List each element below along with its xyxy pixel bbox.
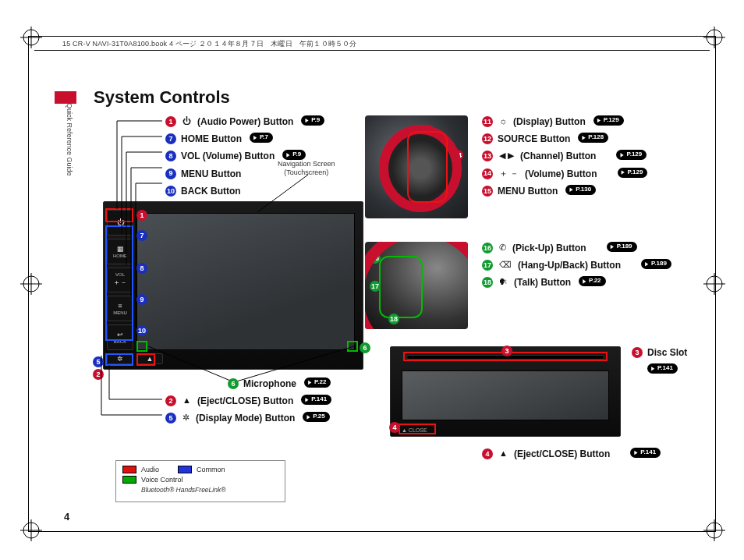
callout-num-icon: 11 xyxy=(423,125,434,136)
callout-label: Microphone xyxy=(243,377,296,390)
display-mode-button[interactable]: ✲ xyxy=(107,353,133,364)
page-ref[interactable]: P.129 xyxy=(618,168,648,178)
callout-badge: 8 xyxy=(165,151,176,161)
nav-unit-figure: ⏻ ▦HOME VOL＋－ ≡MENU ↩BACK ✲ ▲ 1 7 8 9 10… xyxy=(103,201,363,370)
steering-wheel-right-figure: 11 14 13 12 15 xyxy=(365,115,468,218)
home-button[interactable]: ▦HOME xyxy=(107,239,133,264)
callout-badge: 10 xyxy=(165,186,176,197)
callout-item-12: 12 SOURCE Button P.128 xyxy=(482,133,700,145)
callout-badge: 7 xyxy=(165,133,176,144)
nav-button-column: ⏻ ▦HOME VOL＋－ ≡MENU ↩BACK xyxy=(107,210,133,350)
page-ref[interactable]: P.9 xyxy=(282,150,306,160)
callout-num-icon: 14 xyxy=(452,150,463,161)
callout-item-1: 1 ⏻ (Audio Power) Button P.9 xyxy=(165,115,360,128)
display-mode-icon: ✲ xyxy=(182,412,190,424)
page-ref[interactable]: P.9 xyxy=(301,115,324,126)
menu-button[interactable]: ≡MENU xyxy=(107,296,133,321)
eject-button[interactable]: ▲ xyxy=(136,353,163,364)
callout-label: (Channel) Button xyxy=(520,150,596,162)
page-ref[interactable]: P.130 xyxy=(565,185,596,195)
disc-callout-list: 3 Disc Slot P.141 xyxy=(632,346,725,378)
callout-item-15: 15 MENU Button P.130 xyxy=(482,185,700,197)
nav-touchscreen[interactable] xyxy=(136,213,355,350)
callout-item-17: 17 ⌫ (Hang-Up/Back) Button P.189 xyxy=(482,259,700,271)
callout-badge: 13 xyxy=(482,151,493,161)
section-bar xyxy=(55,91,76,104)
crop-mark-icon xyxy=(20,273,42,295)
back-button[interactable]: ↩BACK xyxy=(107,324,133,350)
callout-badge: 17 xyxy=(482,260,493,271)
eject-icon: ▲ xyxy=(182,395,191,406)
callout-label: MENU Button xyxy=(181,168,241,180)
callout-label: (Eject/CLOSE) Button xyxy=(514,448,610,460)
page-ref[interactable]: P.129 xyxy=(616,150,647,160)
power-icon: ⏻ xyxy=(182,115,191,127)
swatch-blue xyxy=(178,466,192,473)
crop-mark-icon xyxy=(20,519,42,541)
callout-item-6: 6 Microphone P.22 xyxy=(228,377,368,390)
page-ref[interactable]: P.189 xyxy=(641,259,671,269)
page-ref[interactable]: P.22 xyxy=(304,377,331,388)
pickup-icon: ✆ xyxy=(499,242,506,253)
callout-badge: 14 xyxy=(482,168,493,179)
callout-num-icon: 16 xyxy=(370,253,381,264)
disc-close-label[interactable]: ▲ CLOSE xyxy=(402,427,427,433)
callout-item-16: 16 ✆ (Pick-Up) Button P.189 xyxy=(482,242,700,254)
callout-num-icon: 12 xyxy=(423,162,434,173)
callout-num-icon: 10 xyxy=(136,325,147,336)
swatch-red xyxy=(122,466,136,473)
vol-button[interactable]: VOL＋－ xyxy=(107,268,133,293)
callout-label: HOME Button xyxy=(181,133,242,145)
page-ref[interactable]: P.128 xyxy=(578,133,608,143)
legend-label: Common xyxy=(197,466,225,473)
legend-box: Audio Common Voice Control Bluetooth® Ha… xyxy=(115,460,285,502)
highlight-box xyxy=(379,256,423,318)
callout-item-9: 9 MENU Button xyxy=(165,168,360,180)
callout-item-7: 7 HOME Button P.7 xyxy=(165,133,360,145)
page-number: 4 xyxy=(64,511,69,523)
page-ref[interactable]: P.141 xyxy=(647,363,678,374)
callout-badge: 9 xyxy=(165,168,176,179)
crop-mark-icon xyxy=(703,519,725,541)
menu-button-label: MENU xyxy=(113,310,127,315)
back-button-label: BACK xyxy=(114,339,126,344)
callout-badge: 12 xyxy=(482,133,493,144)
header-meta: 15 CR-V NAVI-31T0A8100.book 4 ページ ２０１４年８… xyxy=(62,39,357,49)
callout-badge: 18 xyxy=(482,277,493,288)
callout-item-13: 13 ◀ ▶ (Channel) Button P.129 xyxy=(482,150,700,162)
callout-label: (Audio Power) Button xyxy=(197,115,293,128)
eject-icon: ▲ xyxy=(499,448,508,459)
volume-icon: ＋ － xyxy=(499,168,519,179)
legend-row-voice: Voice Control xyxy=(122,476,278,484)
callout-num-icon: 4 xyxy=(389,422,400,433)
callout-badge: 2 xyxy=(165,395,176,406)
callout-badge: 11 xyxy=(482,116,493,127)
callout-badge: 4 xyxy=(482,448,493,459)
power-button[interactable]: ⏻ xyxy=(107,210,133,236)
legend-row-audio: Audio Common xyxy=(122,466,278,473)
callout-item-14: 14 ＋ － (Volume) Button P.129 xyxy=(482,168,700,180)
left-callout-list: 1 ⏻ (Audio Power) Button P.9 7 HOME Butt… xyxy=(165,115,360,202)
side-label: Quick Reference Guide xyxy=(66,103,73,176)
page-ref[interactable]: P.22 xyxy=(579,276,605,286)
page-ref[interactable]: P.141 xyxy=(630,448,661,458)
display-icon: ☼ xyxy=(499,115,507,127)
below-callout-list: 6 Microphone P.22 2 ▲ (Eject/CLOSE) Butt… xyxy=(165,377,368,430)
callout-badge: 5 xyxy=(165,413,176,424)
callout-item-8: 8 VOL (Volume) Button P.9 xyxy=(165,150,360,162)
page-ref[interactable]: P.141 xyxy=(301,395,331,405)
eject2-callout-list: 4 ▲ (Eject/CLOSE) Button P.141 xyxy=(482,448,700,465)
page-ref[interactable]: P.129 xyxy=(593,115,624,126)
callout-num-icon: 15 xyxy=(423,197,434,207)
callout-num-icon: 7 xyxy=(136,230,147,241)
page-ref[interactable]: P.189 xyxy=(607,242,637,252)
page-ref[interactable]: P.7 xyxy=(250,133,273,143)
callout-label: SOURCE Button xyxy=(498,133,570,145)
crop-mark-icon xyxy=(20,27,42,48)
callout-item-11: 11 ☼ (Display) Button P.129 xyxy=(482,115,700,128)
page-ref[interactable]: P.25 xyxy=(303,412,329,422)
swatch-green xyxy=(122,476,136,484)
callout-badge: 1 xyxy=(165,116,176,127)
callout-label: (Eject/CLOSE) Button xyxy=(197,395,293,407)
steering-wheel-left-figure: 16 17 18 xyxy=(365,242,468,329)
